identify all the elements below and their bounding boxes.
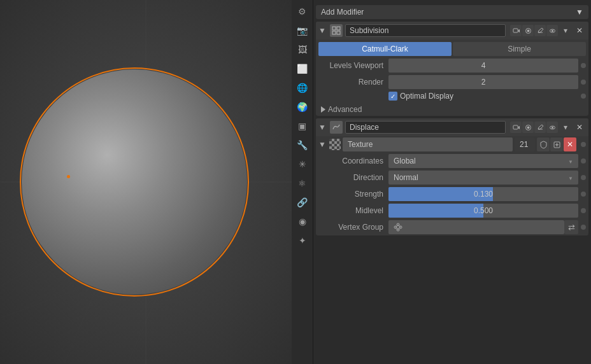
midlevel-value: 0.500 bbox=[388, 204, 578, 218]
strength-value: 0.130 bbox=[388, 187, 578, 201]
scene-icon[interactable]: 🌐 bbox=[294, 79, 311, 97]
svg-point-21 bbox=[527, 126, 529, 129]
properties-panel: Add Modifier ▼ ▼ bbox=[313, 0, 591, 364]
svg-rect-11 bbox=[513, 29, 518, 32]
data-icon[interactable]: ◉ bbox=[294, 213, 311, 230]
texture-shield-btn[interactable] bbox=[537, 137, 550, 151]
world-icon[interactable]: 🌍 bbox=[294, 98, 311, 116]
texture-number[interactable]: 21 bbox=[515, 137, 535, 151]
vertex-group-flip-button[interactable]: ⇄ bbox=[564, 220, 578, 234]
displace-render-icon[interactable] bbox=[522, 122, 534, 133]
subdivision-type-buttons: Catmull-Clark Simple bbox=[316, 39, 588, 57]
object-props-icon[interactable]: ▣ bbox=[294, 117, 311, 135]
coordinates-dot[interactable] bbox=[581, 158, 586, 164]
svg-point-14 bbox=[527, 29, 529, 32]
coordinates-dropdown[interactable]: Global bbox=[388, 154, 578, 168]
direction-label: Direction bbox=[318, 173, 388, 182]
levels-viewport-label: Levels Viewport bbox=[318, 61, 388, 70]
coordinates-chevron-icon bbox=[568, 158, 573, 165]
subdivision-edit-icon[interactable] bbox=[534, 25, 546, 36]
vertex-group-icon bbox=[394, 223, 402, 232]
optimal-display-checkbox[interactable]: ✓ bbox=[388, 92, 397, 101]
displace-edit-icon[interactable] bbox=[534, 122, 546, 133]
subdivision-modifier-block: ▼ bbox=[316, 22, 588, 116]
render-value[interactable]: 2 bbox=[388, 75, 578, 89]
vertex-group-dot[interactable] bbox=[581, 225, 586, 230]
subdivision-name-input[interactable] bbox=[345, 24, 506, 37]
strength-dot[interactable] bbox=[581, 192, 586, 197]
vertex-group-label: Vertex Group bbox=[318, 223, 388, 232]
midlevel-dot[interactable] bbox=[581, 208, 586, 213]
svg-point-17 bbox=[552, 30, 553, 32]
direction-dropdown[interactable]: Normal bbox=[388, 171, 578, 185]
subdivision-render-icon[interactable] bbox=[522, 25, 534, 36]
texture-unlink-btn[interactable]: ✕ bbox=[564, 137, 576, 151]
subdivision-close-btn[interactable]: ✕ bbox=[573, 24, 586, 37]
modifier-props-icon[interactable]: 🔧 bbox=[294, 136, 311, 154]
levels-viewport-value[interactable]: 4 bbox=[388, 59, 578, 73]
tool-icon[interactable]: ⚙ bbox=[294, 3, 311, 20]
direction-value: Normal bbox=[394, 173, 418, 182]
render-dot[interactable] bbox=[581, 80, 586, 85]
optimal-display-label[interactable]: ✓ Optimal Display bbox=[388, 92, 453, 101]
add-modifier-button[interactable]: Add Modifier ▼ bbox=[316, 5, 588, 19]
render-icon[interactable]: 📷 bbox=[294, 22, 311, 39]
coordinates-label: Coordinates bbox=[318, 157, 388, 165]
strength-label: Strength bbox=[318, 190, 388, 199]
checkerboard-icon bbox=[329, 139, 341, 150]
displace-camera-icon[interactable] bbox=[510, 122, 522, 133]
strength-value-bar[interactable]: 0.130 bbox=[388, 187, 578, 201]
texture-name-field[interactable]: Texture bbox=[343, 137, 513, 151]
shader-icon[interactable]: ✦ bbox=[294, 232, 311, 249]
subdivision-camera-icon[interactable] bbox=[510, 25, 522, 36]
sphere-outline bbox=[20, 67, 249, 297]
levels-viewport-row: Levels Viewport 4 bbox=[316, 57, 588, 74]
sphere-surface bbox=[22, 69, 247, 295]
midlevel-label: Midlevel bbox=[318, 206, 388, 215]
displace-view-icon[interactable] bbox=[546, 122, 558, 133]
levels-viewport-dot[interactable] bbox=[581, 63, 586, 68]
optimal-display-dot[interactable] bbox=[581, 94, 586, 99]
particles-icon[interactable]: ✳ bbox=[294, 155, 311, 173]
vertex-group-row: Vertex Group ⇄ bbox=[316, 219, 588, 235]
texture-dot[interactable] bbox=[581, 142, 586, 147]
catmull-clark-button[interactable]: Catmull-Clark bbox=[318, 42, 452, 56]
3d-viewport[interactable] bbox=[0, 0, 292, 364]
simple-button[interactable]: Simple bbox=[453, 42, 586, 56]
vertex-group-field[interactable] bbox=[388, 220, 564, 234]
texture-browse-btn[interactable] bbox=[550, 137, 563, 151]
sphere-object bbox=[20, 67, 249, 297]
displace-dropdown-btn[interactable]: ▾ bbox=[559, 121, 572, 134]
midlevel-value-bar[interactable]: 0.500 bbox=[388, 204, 578, 218]
svg-rect-9 bbox=[332, 31, 336, 34]
subdivision-collapse-arrow[interactable]: ▼ bbox=[318, 26, 327, 35]
svg-marker-19 bbox=[518, 126, 520, 129]
displace-header-actions: ▾ ✕ bbox=[508, 121, 586, 134]
direction-chevron-icon bbox=[568, 174, 573, 181]
texture-collapse-arrow[interactable]: ▼ bbox=[318, 140, 327, 149]
direction-dot[interactable] bbox=[581, 175, 586, 180]
midlevel-row: Midlevel 0.500 bbox=[316, 202, 588, 219]
output-icon[interactable]: 🖼 bbox=[294, 41, 311, 59]
physics-icon[interactable]: ⚛ bbox=[294, 174, 311, 192]
displace-close-btn[interactable]: ✕ bbox=[573, 121, 586, 134]
subdivision-dropdown-btn[interactable]: ▾ bbox=[559, 24, 572, 37]
advanced-collapse-icon bbox=[321, 106, 325, 113]
subdivision-view-icon[interactable] bbox=[546, 25, 558, 36]
svg-rect-7 bbox=[332, 27, 336, 30]
optimal-display-row: ✓ Optimal Display bbox=[316, 90, 588, 103]
coordinates-value: Global bbox=[394, 157, 416, 165]
svg-marker-12 bbox=[518, 29, 520, 32]
coordinates-row: Coordinates Global bbox=[316, 153, 588, 169]
displace-name-input[interactable] bbox=[345, 121, 506, 134]
constraints-icon[interactable]: 🔗 bbox=[294, 193, 311, 211]
render-label: Render bbox=[318, 78, 388, 87]
view-layer-icon[interactable]: ⬜ bbox=[294, 60, 311, 78]
displace-modifier-header: ▼ bbox=[316, 118, 588, 136]
subdivision-type-icon bbox=[330, 24, 343, 37]
texture-label: Texture bbox=[348, 140, 373, 149]
displace-collapse-arrow[interactable]: ▼ bbox=[318, 123, 327, 132]
render-row: Render 2 bbox=[316, 74, 588, 90]
advanced-row[interactable]: Advanced bbox=[316, 103, 588, 116]
direction-row: Direction Normal bbox=[316, 169, 588, 186]
